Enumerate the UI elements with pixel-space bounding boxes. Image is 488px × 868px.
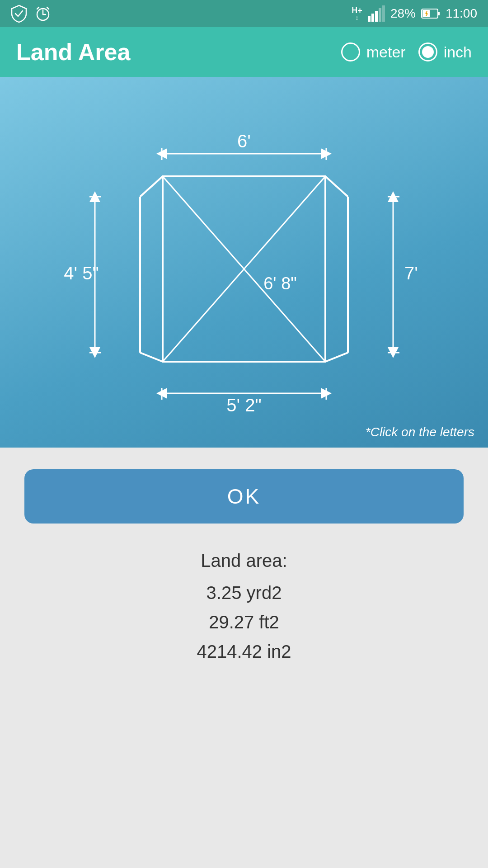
svg-line-26 xyxy=(325,353,348,362)
svg-line-4 xyxy=(47,7,49,9)
meter-radio[interactable] xyxy=(341,42,360,61)
meter-label: meter xyxy=(366,43,406,61)
unit-selector: meter inch xyxy=(341,42,472,61)
status-bar-right: H+ ↕ 28% 11:00 xyxy=(352,5,477,22)
svg-line-25 xyxy=(325,176,348,197)
svg-rect-9 xyxy=(382,5,385,22)
land-area-label: Land area: xyxy=(201,551,287,571)
data-icon: H+ ↕ xyxy=(352,6,362,21)
inch-label: inch xyxy=(444,43,472,61)
svg-rect-5 xyxy=(368,16,371,22)
diagram-container: 6' 5' 2" 4' 5" 7' 6' 8" xyxy=(50,108,438,416)
status-bar-left xyxy=(11,5,52,23)
svg-text:5' 2": 5' 2" xyxy=(226,395,261,415)
svg-rect-8 xyxy=(379,8,381,22)
land-diagram-svg[interactable]: 6' 5' 2" 4' 5" 7' 6' 8" xyxy=(50,108,438,416)
app-header: Land Area meter inch xyxy=(0,27,488,77)
svg-line-23 xyxy=(140,353,163,362)
battery-percent: 28% xyxy=(390,6,416,21)
result-in2: 4214.42 in2 xyxy=(197,642,291,662)
svg-rect-7 xyxy=(375,11,378,22)
results-section: Land area: 3.25 yrd2 29.27 ft2 4214.42 i… xyxy=(0,540,488,689)
result-yrd2: 3.25 yrd2 xyxy=(206,583,282,603)
result-ft2: 29.27 ft2 xyxy=(209,612,279,632)
signal-icon xyxy=(368,5,385,22)
shield-icon xyxy=(11,5,27,23)
unit-inch-option[interactable]: inch xyxy=(418,42,472,61)
clock-time: 11:00 xyxy=(446,6,477,21)
hint-text: *Click on the letters xyxy=(366,425,474,439)
battery-icon xyxy=(421,7,440,20)
svg-line-3 xyxy=(37,7,39,9)
ok-button[interactable]: OK xyxy=(24,469,464,524)
status-bar: H+ ↕ 28% 11:00 xyxy=(0,0,488,27)
svg-rect-6 xyxy=(371,14,374,22)
svg-text:4' 5": 4' 5" xyxy=(64,263,99,283)
diagram-area: 6' 5' 2" 4' 5" 7' 6' 8" *Click on the le… xyxy=(0,77,488,448)
app-title: Land Area xyxy=(16,38,130,66)
alarm-icon xyxy=(34,5,52,23)
svg-line-22 xyxy=(140,176,163,197)
svg-text:6' 8": 6' 8" xyxy=(263,274,297,293)
inch-radio[interactable] xyxy=(418,42,437,61)
svg-text:7': 7' xyxy=(404,263,418,283)
svg-text:6': 6' xyxy=(237,131,251,151)
unit-meter-option[interactable]: meter xyxy=(341,42,406,61)
ok-button-section: OK xyxy=(0,448,488,540)
svg-rect-11 xyxy=(438,12,440,15)
